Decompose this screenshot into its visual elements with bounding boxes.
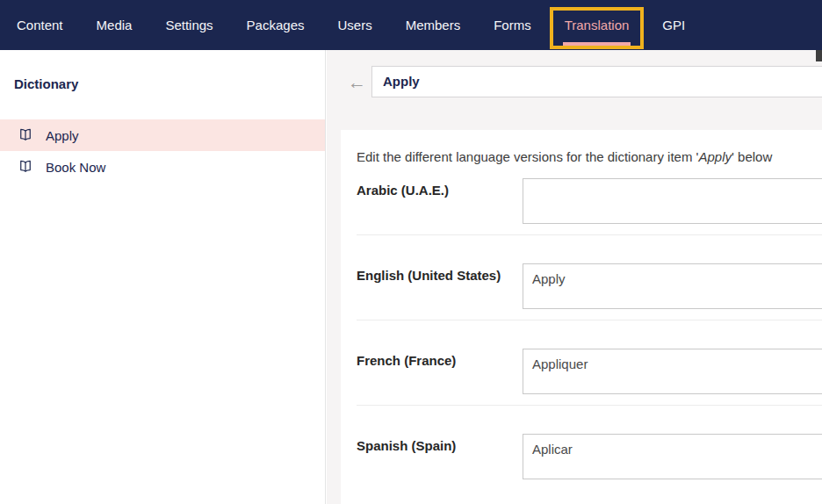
intro-item-name: Apply — [698, 149, 732, 164]
field-input-wrap: Aplicar — [523, 434, 822, 479]
editor-card: Edit the different language versions for… — [341, 130, 822, 504]
nav-item-label: Content — [17, 18, 63, 32]
language-label: French (France) — [357, 349, 523, 394]
active-tab-indicator — [563, 42, 631, 46]
nav-item-media[interactable]: Media — [80, 0, 149, 50]
translation-field-row: English (United States) Apply — [357, 235, 822, 320]
nav-item-label: Media — [97, 18, 133, 32]
field-input-wrap — [523, 178, 822, 224]
top-navigation: Content Media Settings Packages Users Me… — [0, 0, 822, 50]
book-icon — [18, 159, 33, 175]
nav-item-content[interactable]: Content — [0, 0, 80, 50]
nav-item-gpi[interactable]: GPI — [645, 0, 702, 50]
nav-item-label: GPI — [662, 18, 685, 32]
language-label: Arabic (U.A.E.) — [357, 178, 523, 224]
language-label: Spanish (Spain) — [357, 434, 523, 479]
nav-item-settings[interactable]: Settings — [148, 0, 229, 50]
content-area: ← Apply Edit the different language vers… — [327, 50, 822, 504]
item-title-field[interactable]: Apply — [371, 66, 822, 97]
intro-text: Edit the different language versions for… — [357, 149, 822, 164]
input-english[interactable]: Apply — [523, 263, 822, 309]
nav-item-label: Packages — [247, 18, 305, 32]
back-arrow-icon[interactable]: ← — [348, 73, 362, 91]
nav-item-members[interactable]: Members — [389, 0, 478, 50]
input-spanish[interactable]: Aplicar — [523, 434, 822, 479]
scrollbar-thumb[interactable] — [816, 50, 822, 61]
dictionary-item-label: Book Now — [46, 160, 105, 175]
nav-item-label: Forms — [494, 18, 531, 32]
book-icon — [18, 127, 33, 143]
nav-item-packages[interactable]: Packages — [230, 0, 321, 50]
input-french[interactable]: Appliquer — [523, 349, 822, 394]
translation-field-row: French (France) Appliquer — [357, 320, 822, 406]
dictionary-list: Apply Book Now — [0, 119, 325, 183]
translation-field-row: Spanish (Spain) Aplicar — [357, 406, 822, 490]
nav-item-forms[interactable]: Forms — [477, 0, 548, 50]
dictionary-item-book-now[interactable]: Book Now — [0, 151, 325, 183]
dictionary-item-label: Apply — [46, 128, 79, 143]
field-input-wrap: Appliquer — [523, 349, 822, 394]
intro-prefix: Edit the different language versions for… — [357, 149, 698, 164]
intro-suffix: ' below — [732, 149, 772, 164]
field-input-wrap: Apply — [523, 263, 822, 309]
nav-item-label: Members — [406, 18, 461, 32]
nav-item-translation[interactable]: Translation — [548, 0, 646, 50]
nav-item-label: Users — [337, 18, 371, 32]
section-title: Dictionary — [14, 76, 325, 91]
dictionary-item-apply[interactable]: Apply — [0, 119, 325, 151]
detail-header: ← Apply — [327, 50, 822, 97]
nav-item-label: Settings — [165, 18, 213, 32]
nav-item-label: Translation — [565, 18, 630, 32]
language-label: English (United States) — [357, 263, 523, 309]
nav-item-users[interactable]: Users — [321, 0, 388, 50]
translation-field-row: Arabic (U.A.E.) — [357, 164, 822, 235]
sidebar: Dictionary Apply Book Now — [0, 50, 326, 504]
input-arabic[interactable] — [523, 178, 822, 224]
